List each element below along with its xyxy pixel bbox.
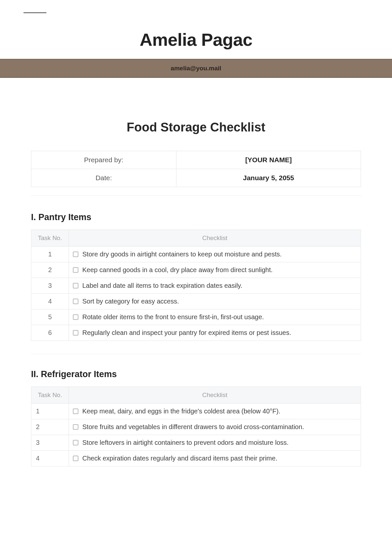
task-number: 5 — [31, 309, 69, 325]
task-number: 2 — [31, 262, 69, 278]
section-1-title: I. Pantry Items — [31, 212, 361, 222]
table-row: 4 Check expiration dates regularly and d… — [31, 451, 361, 466]
table-row: 4 Sort by category for easy access. — [31, 294, 361, 309]
task-text: Check expiration dates regularly and dis… — [82, 455, 277, 462]
section-2-title: II. Refrigerator Items — [31, 369, 361, 379]
date-value: January 5, 2055 — [176, 169, 361, 187]
col-task-no: Task No. — [31, 387, 69, 404]
date-label: Date: — [31, 169, 176, 187]
header-line-decoration — [24, 12, 46, 13]
col-task-no: Task No. — [31, 230, 69, 247]
document-content: Food Storage Checklist Prepared by: [YOU… — [0, 120, 392, 493]
checkbox-icon[interactable] — [73, 299, 78, 304]
checkbox-icon[interactable] — [73, 283, 78, 288]
checkbox-icon[interactable] — [73, 330, 78, 336]
task-number: 1 — [31, 247, 69, 262]
divider — [31, 196, 361, 196]
refrigerator-table: Task No. Checklist 1 Keep meat, dairy, a… — [31, 387, 361, 466]
document-title: Food Storage Checklist — [31, 120, 361, 134]
col-checklist: Checklist — [69, 387, 361, 404]
col-checklist: Checklist — [69, 230, 361, 247]
task-text: Keep meat, dairy, and eggs in the fridge… — [82, 408, 280, 415]
task-text: Rotate older items to the front to ensur… — [82, 313, 264, 321]
table-row: 2 Keep canned goods in a cool, dry place… — [31, 262, 361, 278]
checkbox-icon[interactable] — [73, 424, 78, 430]
task-text: Regularly clean and inspect your pantry … — [82, 329, 291, 337]
checkbox-icon[interactable] — [73, 456, 78, 461]
checkbox-icon[interactable] — [73, 314, 78, 320]
table-row: Date: January 5, 2055 — [31, 169, 361, 187]
task-text: Label and date all items to track expira… — [82, 282, 242, 289]
author-email: amelia@you.mail — [171, 65, 221, 72]
table-row: Prepared by: [YOUR NAME] — [31, 151, 361, 169]
table-row: 3 Store leftovers in airtight containers… — [31, 435, 361, 451]
task-number: 4 — [31, 451, 69, 466]
task-text: Store leftovers in airtight containers t… — [82, 439, 288, 446]
task-text: Keep canned goods in a cool, dry place a… — [82, 266, 273, 274]
task-number: 4 — [31, 294, 69, 309]
task-text: Store dry goods in airtight containers t… — [82, 251, 282, 258]
checkbox-icon[interactable] — [73, 267, 78, 273]
task-number: 3 — [31, 435, 69, 451]
table-row: 2 Store fruits and vegetables in differe… — [31, 419, 361, 435]
table-row: 3 Label and date all items to track expi… — [31, 278, 361, 294]
task-number: 6 — [31, 325, 69, 341]
email-bar: amelia@you.mail — [0, 59, 392, 78]
checkbox-icon[interactable] — [73, 408, 78, 414]
table-row: 1 Store dry goods in airtight containers… — [31, 247, 361, 262]
task-number: 1 — [31, 404, 69, 419]
table-row: 5 Rotate older items to the front to ens… — [31, 309, 361, 325]
checkbox-icon[interactable] — [73, 440, 78, 445]
table-row: 6 Regularly clean and inspect your pantr… — [31, 325, 361, 341]
task-text: Sort by category for easy access. — [82, 298, 179, 305]
info-table: Prepared by: [YOUR NAME] Date: January 5… — [31, 151, 361, 187]
divider — [31, 354, 361, 354]
author-name: Amelia Pagac — [0, 29, 392, 50]
task-number: 2 — [31, 419, 69, 435]
task-text: Store fruits and vegetables in different… — [82, 423, 304, 431]
pantry-table: Task No. Checklist 1 Store dry goods in … — [31, 230, 361, 341]
task-number: 3 — [31, 278, 69, 294]
prepared-by-value: [YOUR NAME] — [176, 151, 361, 169]
checkbox-icon[interactable] — [73, 252, 78, 257]
prepared-by-label: Prepared by: — [31, 151, 176, 169]
table-row: 1 Keep meat, dairy, and eggs in the frid… — [31, 404, 361, 419]
